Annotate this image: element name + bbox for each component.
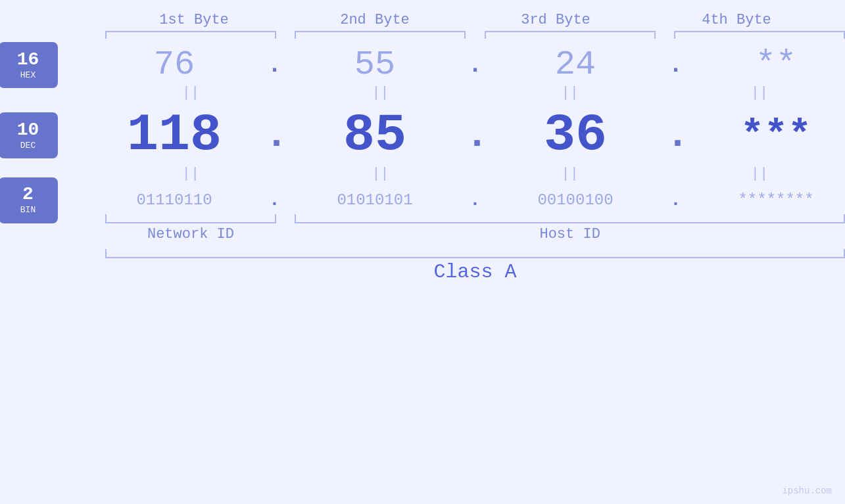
hex-val1: 76 — [154, 45, 195, 84]
eq6: || — [295, 166, 466, 182]
class-a-bracket — [105, 249, 845, 258]
hex-byte2: 55 — [285, 48, 466, 82]
eq-dot4 — [276, 166, 295, 182]
watermark: ipshu.com — [782, 486, 832, 496]
eq1: || — [105, 85, 276, 101]
dec-base-number: 10 — [17, 121, 39, 139]
byte3-header: 3rd Byte — [466, 12, 646, 28]
bin-dot1: . — [265, 190, 285, 210]
dec-val4: *** — [740, 113, 811, 158]
label-spacer — [276, 226, 295, 242]
network-id-label: Network ID — [105, 226, 276, 242]
class-bracket-row — [105, 249, 845, 258]
hex-byte3: 24 — [485, 48, 666, 82]
hex-base-number: 16 — [17, 51, 39, 69]
hex-base-name: HEX — [20, 70, 36, 80]
dec-byte3: 36 — [485, 109, 666, 162]
bracket-gap1 — [276, 214, 295, 223]
dot2: . — [466, 52, 485, 79]
dec-dot1: . — [265, 113, 285, 158]
bin-dot2: . — [466, 190, 485, 210]
bottom-brackets — [105, 214, 845, 223]
dec-base-name: DEC — [20, 141, 36, 150]
host-id-label: Host ID — [295, 226, 845, 242]
bin-byte1: 01110110 — [84, 191, 265, 209]
eq-dot6 — [656, 166, 674, 182]
dec-byte1: 118 — [84, 109, 265, 162]
bin-byte3: 00100100 — [485, 191, 666, 209]
eq4: || — [674, 85, 845, 101]
eq-dot5 — [466, 166, 484, 182]
dec-byte2: 85 — [285, 109, 466, 162]
main-container: 1st Byte 2nd Byte 3rd Byte 4th Byte 16 H… — [0, 0, 845, 504]
bin-val4: ******** — [738, 191, 813, 209]
network-id-bracket — [105, 214, 276, 223]
class-label-row: Class A — [105, 261, 845, 283]
dec-byte4: *** — [686, 116, 846, 155]
dec-dot2: . — [466, 113, 485, 158]
byte2-header: 2nd Byte — [285, 12, 466, 28]
top-brackets — [105, 31, 845, 39]
dot1: . — [265, 52, 285, 79]
bin-val2: 01010101 — [337, 191, 412, 209]
byte-headers: 1st Byte 2nd Byte 3rd Byte 4th Byte — [43, 0, 845, 28]
dec-values: 118 . 85 . 36 . *** — [84, 109, 846, 162]
eq2: || — [295, 85, 466, 101]
bin-dot3: . — [666, 190, 686, 210]
equals-row-2: || || || || — [105, 166, 845, 182]
eq5: || — [105, 166, 276, 182]
eq-dot3 — [656, 85, 674, 101]
equals-row-1: || || || || — [105, 85, 845, 101]
bin-byte4: ******** — [686, 191, 846, 209]
bin-val1: 01110110 — [136, 191, 212, 209]
dec-val3: 36 — [544, 105, 607, 165]
byte1-header: 1st Byte — [104, 12, 285, 28]
dot3: . — [666, 52, 686, 79]
dec-val2: 85 — [343, 105, 406, 165]
byte4-header: 4th Byte — [646, 12, 827, 28]
dec-row: 10 DEC 118 . 85 . 36 . *** — [0, 109, 845, 162]
bin-base-name: BIN — [20, 205, 36, 215]
bin-base-label: 2 BIN — [0, 177, 58, 223]
eq-dot1 — [276, 85, 295, 101]
hex-byte1: 76 — [84, 48, 265, 82]
eq8: || — [674, 166, 845, 182]
host-id-bracket — [295, 214, 845, 223]
bin-row: 2 BIN 01110110 . 01010101 . 00100100 . *… — [0, 190, 845, 210]
hex-values: 76 . 55 . 24 . ** — [84, 48, 846, 82]
hex-val3: 24 — [555, 45, 596, 84]
dec-val1: 118 — [127, 105, 222, 165]
hex-base-label: 16 HEX — [0, 42, 58, 88]
eq-dot2 — [466, 85, 484, 101]
hex-val2: 55 — [354, 45, 395, 84]
hex-val4: ** — [756, 45, 796, 84]
bin-byte2: 01010101 — [285, 191, 466, 209]
hex-byte4: ** — [686, 48, 846, 82]
bin-val3: 00100100 — [537, 191, 613, 209]
eq3: || — [485, 85, 656, 101]
hex-row: 16 HEX 76 . 55 . 24 . ** — [0, 48, 845, 82]
class-a-label: Class A — [105, 261, 845, 283]
bin-values: 01110110 . 01010101 . 00100100 . *******… — [84, 190, 846, 210]
eq7: || — [485, 166, 656, 182]
id-labels: Network ID Host ID — [105, 226, 845, 242]
bin-base-number: 2 — [22, 185, 34, 204]
dec-base-label: 10 DEC — [0, 112, 58, 158]
dec-dot3: . — [666, 113, 686, 158]
